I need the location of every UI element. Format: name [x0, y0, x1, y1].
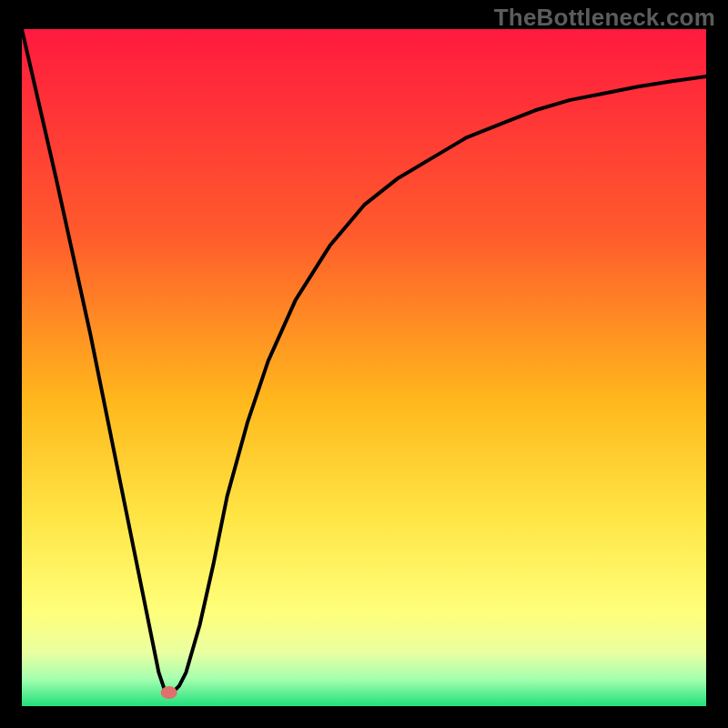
- watermark-text: TheBottleneck.com: [494, 4, 715, 32]
- chart-svg: [22, 29, 706, 706]
- plot-area: [22, 29, 706, 706]
- figure-frame: TheBottleneck.com: [0, 0, 728, 728]
- highlight-marker: [161, 686, 177, 699]
- plot-background: [22, 29, 706, 706]
